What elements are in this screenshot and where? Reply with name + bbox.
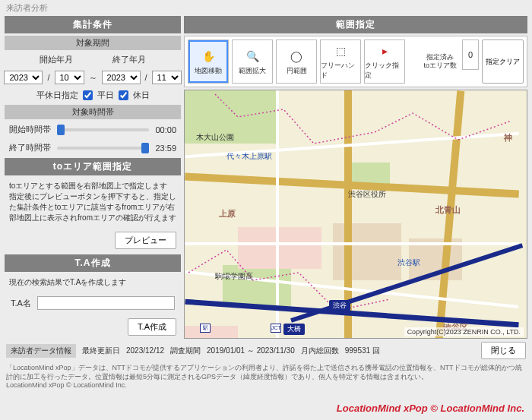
map-label: 渋谷駅	[397, 257, 420, 268]
map-area-label: 上原	[219, 208, 236, 219]
time-header: 対象時間帯	[5, 105, 181, 119]
map-label: 代々木上原駅	[226, 151, 272, 162]
preview-button[interactable]: プレビュー	[115, 232, 176, 249]
station-shibuya: 渋谷	[329, 300, 350, 311]
station-marker-icon: 駅	[200, 324, 211, 333]
ta-description: 現在の検索結果でT.Aを作成します	[5, 274, 181, 291]
start-time-slider[interactable]	[57, 128, 149, 131]
start-year-select[interactable]: 2023	[4, 71, 43, 84]
disclaimer-text: 「LocationMind xPop」データは、NTTドコモが提供するアプリケー…	[0, 362, 532, 392]
last-update-label: 最終更新日	[82, 346, 120, 356]
preset-area-label: 指定済みtoエリア数	[421, 39, 459, 84]
weekday-checkbox[interactable]	[83, 90, 93, 100]
map[interactable]: 渋谷 大橋 三軒茶屋 JCT 駅 駅 木大山公園 代々木上原駅 上原 渋谷区役所…	[184, 90, 527, 339]
start-time-label: 開始時間帯	[9, 124, 51, 135]
clear-button[interactable]: 指定クリア	[482, 39, 524, 84]
jct-icon: JCT	[271, 324, 281, 333]
tool-zoom[interactable]: 🔍範囲拡大	[232, 39, 273, 84]
magnifier-icon: 🔍	[244, 48, 261, 65]
cond-header: 集計条件	[5, 16, 181, 33]
tilde: ～	[89, 72, 97, 84]
app-title: 来訪者分析	[0, 0, 532, 16]
map-label: 渋谷区役所	[348, 189, 386, 200]
tool-circle[interactable]: ◯円範囲	[276, 39, 317, 84]
preset-area-count: 0	[462, 39, 479, 70]
end-time-value: 23:59	[155, 144, 176, 153]
ta-name-input[interactable]	[37, 296, 175, 310]
map-label: 木大山公園	[196, 132, 234, 143]
hand-icon: ✋	[200, 48, 217, 65]
station-ohashi: 大橋	[283, 324, 305, 335]
ta-name-label: T.A名	[11, 298, 31, 309]
start-time-value: 00:00	[155, 125, 176, 134]
end-month-select[interactable]: 11	[152, 71, 182, 84]
holiday-label: 休日	[133, 90, 150, 101]
flag-icon: ▸	[376, 43, 393, 59]
brand-watermark: LocationMind xPop © LocationMind Inc.	[337, 403, 524, 414]
map-area-label: 北青山	[435, 204, 461, 216]
survey-label: 調査期間	[170, 346, 201, 356]
freehand-icon: ⬚	[332, 43, 349, 59]
data-info-label: 来訪者データ情報	[6, 344, 76, 358]
toarea-description: toエリアとする範囲を右部地図上で指定します 指定後にプレビューボタンを押下する…	[5, 178, 181, 226]
close-button[interactable]: 閉じる	[481, 342, 526, 359]
footer-status-bar: 来訪者データ情報 最終更新日 2023/12/12 調査期間 2019/01/0…	[0, 339, 532, 362]
end-time-label: 終了時間帯	[9, 142, 51, 153]
month-pop-value: 999531 回	[345, 346, 380, 356]
map-toolbar: ✋地図移動 🔍範囲拡大 ◯円範囲 ⬚フリーハンド ▸クリック指定 指定済みtoエ…	[184, 36, 527, 87]
map-area-label: 神	[504, 132, 512, 144]
ta-header: T.A作成	[5, 254, 181, 272]
end-year-label: 終了年月	[95, 54, 163, 65]
ta-create-button[interactable]: T.A作成	[128, 318, 176, 336]
daytype-label: 平休日指定	[36, 90, 78, 101]
tool-map-move[interactable]: ✋地図移動	[188, 39, 229, 84]
tool-click[interactable]: ▸クリック指定	[364, 39, 405, 84]
survey-value: 2019/01/01 ～ 2023/11/30	[207, 346, 295, 356]
circle-icon: ◯	[288, 48, 305, 65]
end-year-select[interactable]: 2023	[102, 71, 141, 84]
weekday-label: 平日	[97, 90, 114, 101]
holiday-checkbox[interactable]	[119, 90, 128, 100]
start-year-label: 開始年月	[22, 54, 90, 65]
period-header: 対象期間	[5, 36, 181, 50]
toarea-header: toエリア範囲指定	[5, 158, 181, 175]
last-update-value: 2023/12/12	[126, 346, 164, 355]
start-month-select[interactable]: 10	[55, 71, 84, 84]
range-header: 範囲指定	[184, 16, 527, 33]
map-label: 駒場学園高	[215, 271, 253, 282]
map-copyright: Copyright(C)2023 ZENRIN CO., LTD.	[404, 327, 524, 336]
end-time-slider[interactable]	[57, 147, 149, 150]
month-pop-label: 月内総回数	[301, 346, 339, 356]
tool-freehand[interactable]: ⬚フリーハンド	[320, 39, 361, 84]
